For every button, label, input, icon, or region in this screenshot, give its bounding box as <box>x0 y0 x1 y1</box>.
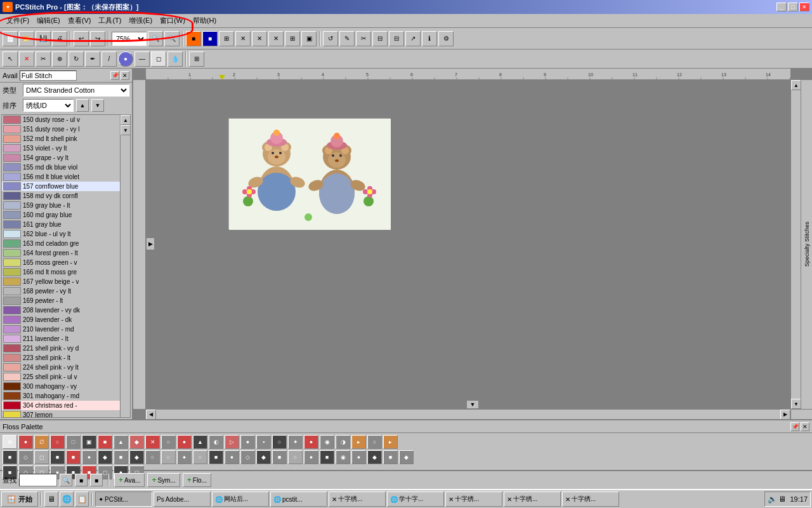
color-item[interactable]: 223 shell pink - lt <box>2 353 120 363</box>
floss-swatch-r2-12[interactable]: ○ <box>193 450 207 464</box>
panel-pin-button[interactable]: 📌 <box>110 71 119 80</box>
sort-select[interactable]: 绣线ID <box>23 99 74 112</box>
color-item[interactable]: 151 dusty rose - vy l <box>2 124 120 134</box>
floss-palette-pin[interactable]: 📌 <box>790 422 799 431</box>
color-item[interactable]: 164 forest green - lt <box>2 248 120 258</box>
tab-available[interactable]: + Ava... <box>114 473 145 487</box>
floss-swatch-r2-24[interactable]: ■ <box>383 450 398 464</box>
color-item[interactable]: 210 lavender - md <box>2 324 120 334</box>
floss-swatch-r2-21[interactable]: ◉ <box>336 450 350 464</box>
floss-swatch-r1-5[interactable]: ▣ <box>82 435 96 449</box>
floss-swatch-r1-22[interactable]: ▸ <box>351 435 366 449</box>
tool11[interactable]: ✂ <box>356 31 371 46</box>
tool3[interactable]: ⊞ <box>219 31 234 46</box>
color-item[interactable]: 163 md celadon gre <box>2 239 120 248</box>
color-item[interactable]: 208 lavender - vy dk <box>2 305 120 315</box>
color-item[interactable]: 167 yellow beige - v <box>2 277 120 286</box>
floss-swatch-r1-23[interactable]: ○ <box>367 435 382 449</box>
floss-swatch-r1-7[interactable]: ▲ <box>114 435 128 449</box>
color-scrollbar[interactable]: ▲ ▼ <box>120 115 130 417</box>
horizontal-scrollbar[interactable]: ◀ ▶ <box>146 409 790 419</box>
floss-swatch-r1-3[interactable]: ○ <box>50 435 65 449</box>
tool16[interactable]: ⚙ <box>438 31 454 46</box>
zoom-in-button[interactable]: 🔍 <box>164 31 180 46</box>
taskbar-app-adobe[interactable]: Ps Adobe... <box>154 491 211 507</box>
floss-swatch-r2-1[interactable]: ◇ <box>18 450 33 464</box>
menu-view[interactable]: 查看(V) <box>64 15 95 27</box>
floss-swatch-r1-0[interactable]: ⊗ <box>3 435 17 449</box>
taskbar-app-xstitch2[interactable]: ✕ 十字绣... <box>445 491 502 507</box>
quicklaunch-3[interactable]: 📋 <box>75 491 89 507</box>
select-tool[interactable]: ↖ <box>3 51 18 67</box>
maximize-button[interactable]: □ <box>788 3 798 11</box>
vertical-scrollbar[interactable]: ▲ ▼ <box>790 80 801 409</box>
floss-swatch-r2-4[interactable]: ■ <box>66 450 81 464</box>
color-item[interactable]: 152 md lt shell pink <box>2 134 120 144</box>
start-button[interactable]: 🪟 开始 <box>1 491 38 507</box>
color-item[interactable]: 221 shell pink - vy d <box>2 344 120 353</box>
menu-file[interactable]: 文件(F) <box>3 15 33 27</box>
circle-tool[interactable]: ● <box>118 51 133 67</box>
menu-help[interactable]: 帮助(H) <box>189 15 220 27</box>
color-item[interactable]: 162 blue - ul vy lt <box>2 229 120 239</box>
floss-swatch-r1-17[interactable]: ○ <box>272 435 287 449</box>
floss-swatch-r1-10[interactable]: ○ <box>161 435 176 449</box>
color-item[interactable]: 153 violet - vy lt <box>2 144 120 153</box>
pattern-button[interactable]: ■ <box>202 31 218 46</box>
pen-tool[interactable]: ✒ <box>85 51 100 67</box>
color-item[interactable]: 157 cornflower blue <box>2 182 120 191</box>
hscroll-right-button[interactable]: ▶ <box>780 410 790 420</box>
taskbar-app-pcstit2[interactable]: 🌐 pcstit... <box>270 491 327 507</box>
type-select[interactable]: DMC Stranded Cotton <box>23 84 129 97</box>
tool14[interactable]: ↗ <box>405 31 421 46</box>
open-button[interactable]: 📂 <box>19 31 34 46</box>
taskbar-app-learn[interactable]: 🌐 学十字... <box>387 491 444 507</box>
quicklaunch-1[interactable]: 🖥 <box>44 491 58 507</box>
floss-swatch-r2-8[interactable]: ◆ <box>129 450 144 464</box>
zoom-out-button[interactable]: 🔍 <box>148 31 163 46</box>
menu-tools[interactable]: 工具(T) <box>95 15 125 27</box>
taskbar-app-xstitch3[interactable]: ✕ 十字绣... <box>504 491 561 507</box>
save-button[interactable]: 💾 <box>36 31 51 46</box>
tool9[interactable]: ↺ <box>323 31 338 46</box>
color-item[interactable]: 211 lavender - lt <box>2 334 120 344</box>
tool6[interactable]: ✕ <box>268 31 284 46</box>
cross-tool[interactable]: ✕ <box>19 51 34 67</box>
color-item[interactable]: 301 mahogany - md <box>2 391 120 401</box>
floss-swatch-r1-14[interactable]: ▷ <box>225 435 239 449</box>
floss-swatch-r2-14[interactable]: ● <box>225 450 239 464</box>
taskbar-app-web1[interactable]: 🌐 网站后... <box>212 491 269 507</box>
floss-swatch-r2-19[interactable]: ● <box>304 450 318 464</box>
color-item[interactable]: 161 gray blue <box>2 220 120 229</box>
color-item[interactable]: 168 pewter - vy lt <box>2 286 120 296</box>
floss-swatch-r1-1[interactable]: ● <box>18 435 33 449</box>
menu-enhance[interactable]: 增强(E) <box>125 15 156 27</box>
floss-palette-close[interactable]: ✕ <box>801 422 809 431</box>
floss-swatch-r2-10[interactable]: ○ <box>161 450 176 464</box>
floss-swatch-r2-23[interactable]: ◆ <box>367 450 382 464</box>
floss-swatch-r1-20[interactable]: ◉ <box>320 435 334 449</box>
floss-swatch-r2-20[interactable]: ■ <box>320 450 334 464</box>
sort-asc-button[interactable]: ▲ <box>76 99 89 112</box>
floss-swatch-r2-7[interactable]: ■ <box>114 450 128 464</box>
floss-swatch-r2-17[interactable]: ■ <box>272 450 287 464</box>
color-item[interactable]: 304 christmas red - <box>2 401 120 410</box>
tool8[interactable]: ▣ <box>301 31 317 46</box>
taskbar-app-xstitch4[interactable]: ✕ 十字绣... <box>562 491 619 507</box>
color-item[interactable]: 156 md lt blue violet <box>2 172 120 182</box>
floss-swatch-r1-15[interactable]: ● <box>240 435 255 449</box>
floss-swatch-r2-11[interactable]: ● <box>177 450 192 464</box>
floss-swatch-r1-2[interactable]: ∅ <box>34 435 49 449</box>
color-item[interactable]: 300 mahogany - vy <box>2 382 120 391</box>
floss-swatch-r1-13[interactable]: ◐ <box>209 435 223 449</box>
floss-swatch-r2-5[interactable]: ● <box>82 450 96 464</box>
color-item[interactable]: 150 dusty rose - ul v <box>2 115 120 124</box>
menu-window[interactable]: 窗口(W) <box>156 15 189 27</box>
tool13[interactable]: ⊟ <box>389 31 404 46</box>
quicklaunch-2[interactable]: 🌐 <box>60 491 74 507</box>
color-item[interactable]: 225 shell pink - ul v <box>2 372 120 382</box>
line-tool[interactable]: / <box>102 51 117 67</box>
color-item[interactable]: 165 moss green - v <box>2 258 120 267</box>
search-button[interactable]: 🔍 <box>60 474 72 486</box>
floss-swatch-r1-19[interactable]: ● <box>304 435 318 449</box>
